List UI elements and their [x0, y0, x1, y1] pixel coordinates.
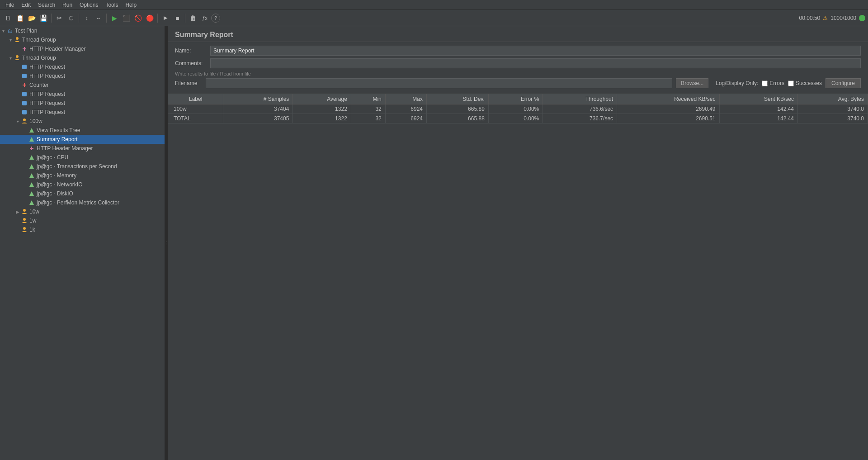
open-button[interactable]: 📂: [26, 13, 37, 24]
filename-input[interactable]: [206, 78, 672, 88]
sidebar-item-jp-gc-cpu[interactable]: jp@gc - CPU: [0, 153, 165, 162]
successes-label: Successes: [796, 80, 822, 86]
svg-point-0: [16, 37, 19, 40]
sidebar-item-jp-gc-diskio[interactable]: jp@gc - DiskIO: [0, 189, 165, 198]
report-title: Summary Report: [168, 26, 868, 42]
sidebar-item-summary-report[interactable]: Summary Report: [0, 135, 165, 144]
table-cell: 3740.0: [798, 104, 868, 114]
sidebar-item-http-request-4[interactable]: HTTP Request: [0, 99, 165, 108]
sidebar-label-jp-gc-cpu: jp@gc - CPU: [37, 154, 68, 161]
tree-icon-http-request-5: [21, 109, 28, 116]
timer-display: 00:00:50: [799, 15, 821, 21]
run-button[interactable]: ▶: [109, 13, 120, 24]
table-cell: 6924: [385, 114, 426, 123]
sidebar-item-100w[interactable]: ▾100w: [0, 117, 165, 126]
new-button[interactable]: 🗋: [3, 13, 14, 24]
sidebar-label-http-header-manager-1: HTTP Header Manager: [29, 46, 86, 52]
results-table: Label # Samples Average Min Max Std. Dev…: [168, 94, 868, 460]
table-cell: 6924: [385, 104, 426, 114]
menu-file[interactable]: File: [2, 1, 18, 9]
clear-results-button[interactable]: 🗑: [188, 13, 198, 24]
table-cell: 37404: [223, 104, 293, 114]
table-cell: 2690.51: [617, 114, 719, 123]
table-cell: 142.44: [719, 104, 798, 114]
help-button[interactable]: ?: [211, 14, 220, 23]
sidebar-item-jp-gc-tps[interactable]: jp@gc - Transactions per Second: [0, 162, 165, 171]
sidebar-item-1k[interactable]: 1k: [0, 225, 165, 234]
sidebar-label-http-request-2: HTTP Request: [29, 73, 65, 79]
function-helper-button[interactable]: ƒx: [199, 13, 210, 24]
table-row[interactable]: TOTAL374051322326924665.880.00%736.7/sec…: [168, 114, 868, 123]
sidebar-item-10w[interactable]: ▶10w: [0, 207, 165, 216]
stop-all-button[interactable]: 🚫: [132, 13, 143, 24]
filename-label: Filename: [175, 80, 202, 86]
sidebar-item-http-header-manager-1[interactable]: HTTP Header Manager: [0, 44, 165, 53]
sidebar-label-jp-gc-networkio: jp@gc - NetworkIO: [37, 181, 83, 188]
sidebar-item-jp-gc-perfmon[interactable]: jp@gc - PerfMon Metrics Collector: [0, 198, 165, 207]
sidebar-item-jp-gc-networkio[interactable]: jp@gc - NetworkIO: [0, 180, 165, 189]
comments-input[interactable]: [210, 58, 861, 68]
sidebar-item-1w[interactable]: 1w: [0, 216, 165, 225]
copy-button[interactable]: ⬡: [66, 13, 76, 24]
stop-button[interactable]: ⬛: [121, 13, 132, 24]
tree-icon-100w: [21, 118, 28, 125]
col-received: Received KB/sec: [617, 94, 719, 104]
remote-stop-button[interactable]: ⏹: [172, 13, 183, 24]
col-error: Error %: [488, 94, 542, 104]
menu-help[interactable]: Help: [122, 1, 140, 9]
menu-run[interactable]: Run: [59, 1, 76, 9]
warning-icon: ⚠: [823, 15, 828, 21]
table-cell: TOTAL: [168, 114, 223, 123]
collapse-button[interactable]: ↔: [93, 13, 104, 24]
cut-button[interactable]: ✂: [54, 13, 65, 24]
sidebar-item-jp-gc-memory[interactable]: jp@gc - Memory: [0, 171, 165, 180]
sidebar-item-http-request-5[interactable]: HTTP Request: [0, 108, 165, 117]
remote-start-button[interactable]: ▶: [160, 13, 171, 24]
comments-label: Comments:: [175, 60, 207, 66]
summary-table: Label # Samples Average Min Max Std. Dev…: [168, 94, 868, 123]
name-input[interactable]: [210, 46, 861, 56]
errors-checkbox[interactable]: [762, 81, 768, 86]
templates-button[interactable]: 📋: [14, 13, 25, 24]
shutdown-button[interactable]: 🔴: [144, 13, 155, 24]
sidebar-item-http-header-manager-2[interactable]: HTTP Header Manager: [0, 144, 165, 153]
sidebar-item-view-results-tree[interactable]: View Results Tree: [0, 126, 165, 135]
tree-icon-jp-gc-tps: [28, 163, 35, 170]
log-display-area: Log/Display Only: Errors Successes Confi…: [716, 78, 861, 88]
table-cell: 1322: [293, 104, 351, 114]
table-cell: 32: [351, 104, 385, 114]
menubar: File Edit Search Run Options Tools Help: [0, 0, 868, 10]
table-row[interactable]: 100w374041322326924665.890.00%736.6/sec2…: [168, 104, 868, 114]
sidebar-item-thread-group-2[interactable]: ▾Thread Group: [0, 53, 165, 62]
status-indicator: [859, 15, 865, 21]
sidebar-item-http-request-1[interactable]: HTTP Request: [0, 62, 165, 71]
tree-icon-view-results-tree: [28, 127, 35, 134]
sidebar-item-http-request-2[interactable]: HTTP Request: [0, 71, 165, 81]
successes-checkbox[interactable]: [788, 81, 794, 86]
sidebar-item-test-plan[interactable]: ▾🗂Test Plan: [0, 26, 165, 35]
tree-icon-counter: [21, 81, 28, 89]
menu-tools[interactable]: Tools: [102, 1, 122, 9]
menu-options[interactable]: Options: [76, 1, 102, 9]
browse-button[interactable]: Browse...: [676, 78, 708, 88]
sidebar-item-thread-group-1[interactable]: ▾Thread Group: [0, 35, 165, 44]
errors-checkbox-group: Errors: [762, 80, 784, 86]
content-area: Summary Report Name: Comments: Write res…: [168, 26, 868, 460]
menu-edit[interactable]: Edit: [18, 1, 34, 9]
sidebar-item-http-request-3[interactable]: HTTP Request: [0, 90, 165, 99]
tree-icon-http-request-3: [21, 90, 28, 98]
menu-search[interactable]: Search: [34, 1, 59, 9]
col-sent: Sent KB/sec: [719, 94, 798, 104]
svg-point-23: [23, 218, 26, 221]
write-results-label: Write results to file / Read from file: [175, 71, 861, 76]
save-button[interactable]: 💾: [38, 13, 49, 24]
sidebar-item-counter[interactable]: Counter: [0, 81, 165, 90]
configure-button[interactable]: Configure: [826, 78, 861, 88]
sidebar-label-thread-group-1: Thread Group: [22, 37, 56, 43]
tree-icon-http-header-manager-1: [21, 45, 28, 52]
expand-button[interactable]: ↕: [81, 13, 92, 24]
report-form: Name: Comments: Write results to file / …: [168, 42, 868, 92]
sidebar-label-http-header-manager-2: HTTP Header Manager: [37, 145, 93, 152]
table-cell: 100w: [168, 104, 223, 114]
name-row: Name:: [175, 46, 861, 56]
